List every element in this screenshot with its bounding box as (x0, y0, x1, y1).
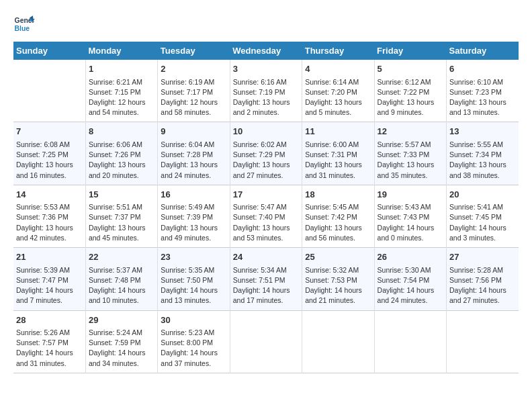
cell-content: Sunrise: 5:34 AM Sunset: 7:51 PM Dayligh… (233, 265, 299, 306)
calendar-cell: 11Sunrise: 6:00 AM Sunset: 7:31 PM Dayli… (302, 122, 374, 185)
day-number: 23 (161, 250, 226, 264)
cell-content: Sunrise: 5:41 AM Sunset: 7:45 PM Dayligh… (449, 202, 516, 243)
cell-content: Sunrise: 5:57 AM Sunset: 7:33 PM Dayligh… (378, 140, 443, 181)
calendar-cell: 7Sunrise: 6:08 AM Sunset: 7:25 PM Daylig… (13, 122, 85, 185)
calendar-cell: 17Sunrise: 5:47 AM Sunset: 7:40 PM Dayli… (230, 185, 302, 247)
cell-content: Sunrise: 5:30 AM Sunset: 7:54 PM Dayligh… (378, 265, 443, 306)
cell-content: Sunrise: 5:47 AM Sunset: 7:40 PM Dayligh… (233, 202, 299, 243)
calendar-cell: 4Sunrise: 6:14 AM Sunset: 7:20 PM Daylig… (302, 60, 374, 122)
day-number: 9 (161, 125, 226, 138)
cell-content: Sunrise: 5:35 AM Sunset: 7:50 PM Dayligh… (161, 265, 226, 306)
day-number: 14 (16, 188, 83, 201)
calendar-cell: 2Sunrise: 6:19 AM Sunset: 7:17 PM Daylig… (158, 60, 230, 122)
calendar-cell: 22Sunrise: 5:37 AM Sunset: 7:48 PM Dayli… (85, 248, 157, 310)
day-number: 11 (305, 125, 371, 138)
cell-content: Sunrise: 5:53 AM Sunset: 7:36 PM Dayligh… (16, 202, 83, 243)
day-number: 1 (89, 62, 154, 76)
calendar-cell: 13Sunrise: 5:55 AM Sunset: 7:34 PM Dayli… (447, 122, 519, 185)
calendar-cell: 9Sunrise: 6:04 AM Sunset: 7:28 PM Daylig… (158, 122, 230, 185)
day-number: 16 (161, 188, 226, 201)
cell-content: Sunrise: 6:14 AM Sunset: 7:20 PM Dayligh… (305, 77, 371, 118)
day-number: 30 (161, 314, 226, 327)
weekday-header: Monday (85, 42, 157, 60)
cell-content: Sunrise: 6:12 AM Sunset: 7:22 PM Dayligh… (378, 77, 443, 118)
day-number: 20 (449, 188, 516, 201)
calendar-body: 1Sunrise: 6:21 AM Sunset: 7:15 PM Daylig… (13, 60, 519, 373)
calendar-cell: 25Sunrise: 5:32 AM Sunset: 7:53 PM Dayli… (302, 248, 374, 310)
calendar-cell: 14Sunrise: 5:53 AM Sunset: 7:36 PM Dayli… (13, 185, 85, 247)
cell-content: Sunrise: 6:21 AM Sunset: 7:15 PM Dayligh… (89, 77, 154, 118)
calendar-cell: 21Sunrise: 5:39 AM Sunset: 7:47 PM Dayli… (13, 248, 85, 310)
day-number: 17 (233, 188, 299, 201)
calendar-cell: 27Sunrise: 5:28 AM Sunset: 7:56 PM Dayli… (447, 248, 519, 310)
calendar-cell (230, 310, 302, 373)
day-number: 22 (89, 250, 154, 264)
cell-content: Sunrise: 5:32 AM Sunset: 7:53 PM Dayligh… (305, 265, 371, 306)
cell-content: Sunrise: 6:04 AM Sunset: 7:28 PM Dayligh… (161, 140, 226, 181)
cell-content: Sunrise: 5:43 AM Sunset: 7:43 PM Dayligh… (378, 202, 443, 243)
calendar-cell: 12Sunrise: 5:57 AM Sunset: 7:33 PM Dayli… (374, 122, 446, 185)
cell-content: Sunrise: 5:39 AM Sunset: 7:47 PM Dayligh… (16, 265, 83, 306)
calendar-header: SundayMondayTuesdayWednesdayThursdayFrid… (13, 42, 519, 60)
cell-content: Sunrise: 5:23 AM Sunset: 8:00 PM Dayligh… (161, 328, 226, 369)
calendar-cell: 29Sunrise: 5:24 AM Sunset: 7:59 PM Dayli… (85, 310, 157, 373)
cell-content: Sunrise: 5:26 AM Sunset: 7:57 PM Dayligh… (16, 328, 83, 369)
weekday-header: Sunday (13, 42, 85, 60)
cell-content: Sunrise: 5:45 AM Sunset: 7:42 PM Dayligh… (305, 202, 371, 243)
calendar-cell: 1Sunrise: 6:21 AM Sunset: 7:15 PM Daylig… (85, 60, 157, 122)
day-number: 3 (233, 62, 299, 76)
calendar-cell (447, 310, 519, 373)
day-number: 5 (378, 62, 443, 76)
cell-content: Sunrise: 6:00 AM Sunset: 7:31 PM Dayligh… (305, 140, 371, 181)
calendar-cell: 26Sunrise: 5:30 AM Sunset: 7:54 PM Dayli… (374, 248, 446, 310)
day-number: 15 (89, 188, 154, 201)
cell-content: Sunrise: 5:24 AM Sunset: 7:59 PM Dayligh… (89, 328, 154, 369)
cell-content: Sunrise: 6:02 AM Sunset: 7:29 PM Dayligh… (233, 140, 299, 181)
day-number: 12 (378, 125, 443, 138)
svg-text:Blue: Blue (15, 25, 30, 32)
calendar-cell: 24Sunrise: 5:34 AM Sunset: 7:51 PM Dayli… (230, 248, 302, 310)
calendar-cell: 10Sunrise: 6:02 AM Sunset: 7:29 PM Dayli… (230, 122, 302, 185)
calendar-cell: 18Sunrise: 5:45 AM Sunset: 7:42 PM Dayli… (302, 185, 374, 247)
calendar-cell: 5Sunrise: 6:12 AM Sunset: 7:22 PM Daylig… (374, 60, 446, 122)
calendar-cell (13, 60, 85, 122)
day-number: 4 (305, 62, 371, 76)
calendar-cell (302, 310, 374, 373)
cell-content: Sunrise: 6:06 AM Sunset: 7:26 PM Dayligh… (89, 140, 154, 181)
logo-icon: General Blue (13, 13, 35, 35)
cell-content: Sunrise: 5:51 AM Sunset: 7:37 PM Dayligh… (89, 202, 154, 243)
calendar-cell: 8Sunrise: 6:06 AM Sunset: 7:26 PM Daylig… (85, 122, 157, 185)
cell-content: Sunrise: 6:16 AM Sunset: 7:19 PM Dayligh… (233, 77, 299, 118)
calendar-week-row: 21Sunrise: 5:39 AM Sunset: 7:47 PM Dayli… (13, 248, 519, 310)
day-number: 6 (449, 62, 516, 76)
weekday-header: Tuesday (158, 42, 230, 60)
calendar-cell: 30Sunrise: 5:23 AM Sunset: 8:00 PM Dayli… (158, 310, 230, 373)
cell-content: Sunrise: 6:10 AM Sunset: 7:23 PM Dayligh… (449, 77, 516, 118)
day-number: 29 (89, 314, 154, 327)
calendar-week-row: 7Sunrise: 6:08 AM Sunset: 7:25 PM Daylig… (13, 122, 519, 185)
day-number: 28 (16, 314, 83, 327)
day-number: 25 (305, 250, 371, 264)
page-header: General Blue (13, 13, 519, 35)
day-number: 10 (233, 125, 299, 138)
calendar-table: SundayMondayTuesdayWednesdayThursdayFrid… (13, 42, 519, 373)
weekday-header: Friday (374, 42, 446, 60)
calendar-cell: 3Sunrise: 6:16 AM Sunset: 7:19 PM Daylig… (230, 60, 302, 122)
day-number: 21 (16, 250, 83, 264)
calendar-week-row: 1Sunrise: 6:21 AM Sunset: 7:15 PM Daylig… (13, 60, 519, 122)
cell-content: Sunrise: 5:37 AM Sunset: 7:48 PM Dayligh… (89, 265, 154, 306)
logo: General Blue (13, 13, 35, 35)
calendar-week-row: 28Sunrise: 5:26 AM Sunset: 7:57 PM Dayli… (13, 310, 519, 373)
day-number: 7 (16, 125, 83, 138)
day-number: 27 (449, 250, 516, 264)
day-number: 18 (305, 188, 371, 201)
day-number: 8 (89, 125, 154, 138)
day-number: 13 (449, 125, 516, 138)
cell-content: Sunrise: 5:28 AM Sunset: 7:56 PM Dayligh… (449, 265, 516, 306)
calendar-cell: 16Sunrise: 5:49 AM Sunset: 7:39 PM Dayli… (158, 185, 230, 247)
cell-content: Sunrise: 6:19 AM Sunset: 7:17 PM Dayligh… (161, 77, 226, 118)
cell-content: Sunrise: 5:49 AM Sunset: 7:39 PM Dayligh… (161, 202, 226, 243)
calendar-cell: 28Sunrise: 5:26 AM Sunset: 7:57 PM Dayli… (13, 310, 85, 373)
cell-content: Sunrise: 6:08 AM Sunset: 7:25 PM Dayligh… (16, 140, 83, 181)
cell-content: Sunrise: 5:55 AM Sunset: 7:34 PM Dayligh… (449, 140, 516, 181)
